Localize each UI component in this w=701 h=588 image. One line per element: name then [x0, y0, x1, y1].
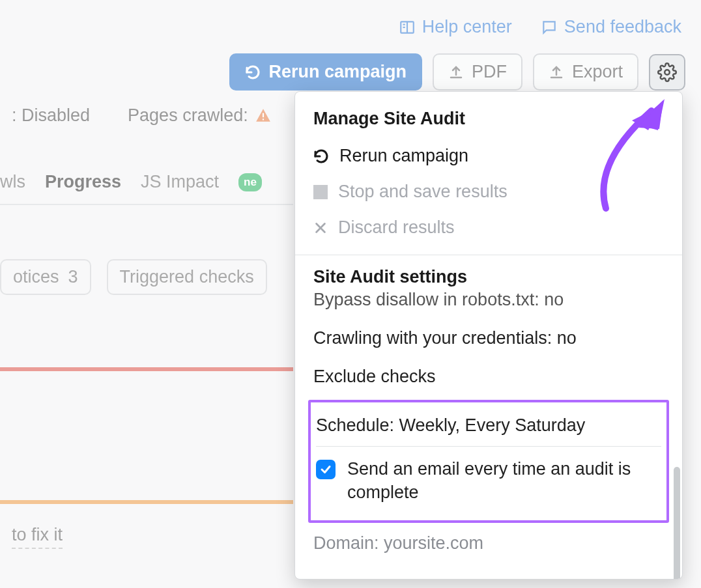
menu-discard: Discard results [295, 210, 682, 245]
setting-domain[interactable]: Domain: yoursite.com [313, 527, 664, 553]
action-button-row: Rerun campaign PDF Export [0, 53, 701, 91]
setting-exclude-checks[interactable]: Exclude checks [313, 357, 664, 396]
error-progress-bar [0, 367, 293, 371]
rerun-campaign-button[interactable]: Rerun campaign [229, 53, 422, 91]
send-feedback-link[interactable]: Send feedback [541, 17, 681, 37]
triggered-checks-chip[interactable]: Triggered checks [107, 259, 267, 295]
rerun-campaign-label: Rerun campaign [268, 63, 407, 81]
checkbox-checked-icon[interactable] [316, 460, 336, 479]
setting-email-notification[interactable]: Send an email every time an audit is com… [316, 447, 661, 515]
send-feedback-label: Send feedback [564, 17, 681, 37]
refresh-icon [313, 148, 329, 164]
menu-stop-save-label: Stop and save results [338, 182, 508, 202]
scrollbar-thumb[interactable] [674, 467, 680, 579]
notices-chip[interactable]: otices 3 [0, 259, 91, 295]
pdf-button[interactable]: PDF [433, 53, 522, 91]
book-icon [399, 19, 416, 36]
pdf-label: PDF [472, 63, 507, 81]
refresh-icon [245, 64, 261, 80]
upload-icon [549, 64, 564, 80]
help-center-link[interactable]: Help center [399, 17, 512, 37]
fix-it-link[interactable]: to fix it [12, 525, 63, 549]
tab-wls[interactable]: wls [0, 172, 25, 192]
email-notification-label: Send an email every time an audit is com… [347, 457, 661, 505]
menu-rerun-campaign[interactable]: Rerun campaign [295, 138, 682, 174]
svg-rect-7 [263, 113, 264, 117]
tab-js-impact[interactable]: JS Impact [141, 172, 219, 192]
setting-bypass-robots[interactable]: Bypass disallow in robots.txt: no [313, 290, 664, 319]
highlighted-settings: Schedule: Weekly, Every Saturday Send an… [308, 400, 669, 523]
manage-site-audit-title: Manage Site Audit [295, 92, 682, 138]
notices-label: otices [13, 267, 59, 287]
new-badge: ne [238, 173, 262, 191]
help-center-label: Help center [422, 17, 512, 37]
settings-gear-button[interactable] [649, 54, 685, 91]
warning-progress-bar [0, 500, 293, 504]
site-audit-settings-title: Site Audit settings [295, 255, 682, 290]
warning-icon [255, 107, 272, 124]
svg-rect-8 [263, 119, 264, 120]
upload-icon [448, 64, 464, 80]
close-icon [313, 221, 328, 235]
setting-credentials[interactable]: Crawling with your credentials: no [313, 319, 664, 357]
settings-popover: Manage Site Audit Rerun campaign Stop an… [294, 91, 683, 580]
tab-progress[interactable]: Progress [45, 172, 121, 192]
pages-crawled-label: Pages crawled: [128, 105, 248, 126]
menu-rerun-label: Rerun campaign [339, 146, 468, 166]
notices-count: 3 [68, 267, 78, 287]
export-label: Export [572, 63, 623, 81]
menu-discard-label: Discard results [338, 217, 455, 238]
settings-scroll-area[interactable]: Bypass disallow in robots.txt: no Crawli… [295, 290, 682, 579]
gear-icon [657, 63, 677, 82]
triggered-checks-label: Triggered checks [120, 267, 254, 287]
export-button[interactable]: Export [533, 53, 638, 91]
stop-icon [313, 185, 328, 199]
feedback-icon [541, 19, 558, 36]
top-links-row: Help center Send feedback [0, 17, 701, 37]
menu-stop-save: Stop and save results [295, 174, 682, 210]
tab-bar: wls Progress JS Impact ne [0, 172, 293, 205]
disabled-text: : Disabled [12, 105, 90, 126]
svg-point-6 [665, 70, 670, 75]
setting-schedule[interactable]: Schedule: Weekly, Every Saturday [316, 405, 661, 447]
